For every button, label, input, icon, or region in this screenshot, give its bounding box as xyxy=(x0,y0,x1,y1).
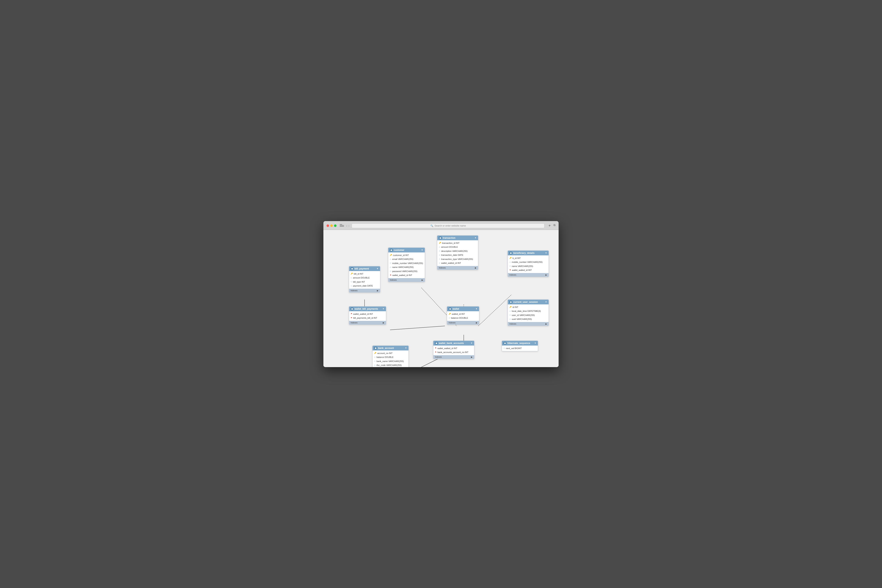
field-icon: ◇ xyxy=(509,318,511,321)
back-button[interactable]: ‹ xyxy=(346,224,347,227)
maximize-button[interactable] xyxy=(334,224,336,227)
table-wallet-bank-accounts-fields: ⚑wallet_walled_id INT ⚑bank_accounts_acc… xyxy=(434,345,474,355)
table-customer-indexes[interactable]: Indexes ▶ xyxy=(388,278,425,282)
table-transaction-header[interactable]: ▦ transaction ▼ xyxy=(437,236,478,240)
fk-icon: ⚑ xyxy=(435,347,436,350)
pk-icon: 🔑 xyxy=(390,254,392,256)
dropdown-arrow-icon[interactable]: ▼ xyxy=(476,308,477,310)
field-icon: ◇ xyxy=(390,262,391,265)
indexes-arrow-icon: ▶ xyxy=(476,322,477,324)
field-row: ◇balance DOUBLE xyxy=(447,316,479,320)
field-row: ◇mobile_number VARCHAR(255) xyxy=(388,261,425,266)
table-wallet-header[interactable]: ▦ wallet ▼ xyxy=(447,306,479,311)
sidebar-toggle-icon[interactable] xyxy=(340,224,344,227)
field-icon: ◇ xyxy=(374,360,375,363)
indexes-arrow-icon: ▶ xyxy=(546,274,547,276)
field-row: 🔑id INT xyxy=(508,305,549,309)
field-row: ◇name VARCHAR(255) xyxy=(508,264,549,268)
field-icon: ◇ xyxy=(439,262,440,265)
indexes-arrow-icon: ▶ xyxy=(546,323,547,325)
field-icon: ◇ xyxy=(374,356,375,358)
field-icon: ◇ xyxy=(439,246,440,249)
table-beneficiary-details-header[interactable]: ▦ beneficiary_details ▼ xyxy=(508,250,549,255)
indexes-arrow-icon: ▶ xyxy=(471,356,472,358)
field-row: ◇ifsc_code VARCHAR(255) xyxy=(373,363,408,367)
diagram-area: ▦ transaction ▼ 🔑transaction_id INT ◇amo… xyxy=(323,230,559,367)
indexes-arrow-icon: ▶ xyxy=(377,290,378,292)
table-hibernate-sequence-fields: ◇next_val BIGINT xyxy=(502,345,538,351)
table-name: wallet xyxy=(453,308,459,310)
close-button[interactable] xyxy=(327,224,329,227)
dropdown-arrow-icon[interactable]: ▼ xyxy=(376,267,378,270)
fk-icon: ⚑ xyxy=(435,351,436,354)
field-icon: ◇ xyxy=(351,285,352,287)
table-icon: ▦ xyxy=(509,301,512,303)
field-row: ◇password VARCHAR(255) xyxy=(388,269,425,273)
field-row: ◇transaction_type VARCHAR(255) xyxy=(437,257,478,261)
field-row: ⚑wallet_walled_id INT xyxy=(349,312,386,316)
table-bill-payment-header[interactable]: ▦ bill_payment ▼ xyxy=(349,266,380,271)
field-row: ◇description VARCHAR(255) xyxy=(437,249,478,253)
new-tab-button[interactable]: + xyxy=(548,224,551,228)
table-current-user-session: ▦ current_user_session ▼ 🔑id INT ◇local_… xyxy=(508,300,549,326)
svg-line-5 xyxy=(390,326,445,330)
address-text: Search or enter website name xyxy=(435,224,466,227)
dropdown-arrow-icon[interactable]: ▼ xyxy=(545,252,547,254)
tab-options-button[interactable]: ⧉ xyxy=(554,224,555,228)
table-wallet-bank-accounts-header[interactable]: ▦ wallet_bank_accounts ▼ xyxy=(434,341,474,345)
address-bar[interactable]: 🔍 Search or enter website name xyxy=(352,224,544,228)
field-icon: ◇ xyxy=(509,265,511,267)
table-bank-account: ▦ bank_account ▼ 🔑account_no INT ◇balanc… xyxy=(372,345,409,367)
dropdown-arrow-icon[interactable]: ▼ xyxy=(382,308,384,310)
table-bank-account-header[interactable]: ▦ bank_account ▼ xyxy=(373,346,408,351)
table-bill-payment-indexes[interactable]: Indexes ▶ xyxy=(349,289,380,292)
field-row: ◇bill_type INT xyxy=(349,280,380,284)
forward-button[interactable]: › xyxy=(348,224,350,227)
table-beneficiary-details-indexes[interactable]: Indexes ▶ xyxy=(508,273,549,277)
dropdown-arrow-icon[interactable]: ▼ xyxy=(405,347,407,349)
table-bill-payment: ▦ bill_payment ▼ 🔑bill_id INT ◇amount DO… xyxy=(349,266,380,292)
indexes-arrow-icon: ▶ xyxy=(475,267,477,269)
table-icon: ▦ xyxy=(351,308,353,310)
browser-controls: + ⧉ xyxy=(548,224,555,228)
fk-icon: ⚑ xyxy=(351,317,352,320)
dropdown-arrow-icon[interactable]: ▼ xyxy=(471,342,472,344)
table-customer-header[interactable]: ▦ customer ▼ xyxy=(388,248,425,252)
table-wallet-bank-accounts-indexes[interactable]: Indexes ▶ xyxy=(434,355,474,359)
table-customer-fields: 🔑customer_id INT ◇email VARCHAR(255) ◇mo… xyxy=(388,252,425,278)
dropdown-arrow-icon[interactable]: ▼ xyxy=(545,301,547,303)
table-icon: ▦ xyxy=(351,267,353,270)
field-row: ⚑bank_accounts_account_no INT xyxy=(434,350,474,354)
table-current-user-session-header[interactable]: ▦ current_user_session ▼ xyxy=(508,300,549,304)
table-wallet-bill-payments-indexes[interactable]: Indexes ▶ xyxy=(349,321,386,325)
table-hibernate-sequence-header[interactable]: ▦ hibernate_sequence ▼ xyxy=(502,341,538,345)
field-row: ◇name VARCHAR(255) xyxy=(388,265,425,269)
search-icon: 🔍 xyxy=(430,224,434,227)
pk-icon: 🔑 xyxy=(509,306,512,309)
field-row: ⚑bill_payments_bill_id INT xyxy=(349,316,386,320)
table-wallet-indexes[interactable]: Indexes ▶ xyxy=(447,321,479,325)
field-icon: ◇ xyxy=(504,347,505,350)
table-icon: ▦ xyxy=(504,342,506,345)
table-wallet-bill-payments-header[interactable]: ▦ wallet_bill_payments ▼ xyxy=(349,306,386,311)
table-transaction-indexes[interactable]: Indexes ▶ xyxy=(437,266,478,270)
table-bank-account-fields: 🔑account_no INT ◇balance DOUBLE ◇bank_na… xyxy=(373,351,408,367)
table-icon: ▦ xyxy=(448,308,452,310)
dropdown-arrow-icon[interactable]: ▼ xyxy=(534,342,536,344)
field-row: 🔑b_id INT xyxy=(508,256,549,260)
table-name: customer xyxy=(394,249,404,252)
table-current-user-session-indexes[interactable]: Indexes ▶ xyxy=(508,322,549,326)
table-wallet-fields: 🔑walled_id INT ◇balance DOUBLE xyxy=(447,311,479,321)
field-row: ◇next_val BIGINT xyxy=(502,346,538,351)
table-wallet: ▦ wallet ▼ 🔑walled_id INT ◇balance DOUBL… xyxy=(447,306,479,325)
field-row: ◇uuid VARCHAR(255) xyxy=(508,317,549,321)
field-icon: ◇ xyxy=(390,266,391,269)
dropdown-arrow-icon[interactable]: ▼ xyxy=(474,237,477,239)
field-row: 🔑bill_id INT xyxy=(349,272,380,276)
field-icon: ◇ xyxy=(390,258,391,261)
minimize-button[interactable] xyxy=(330,224,333,227)
dropdown-arrow-icon[interactable]: ▼ xyxy=(421,249,423,251)
field-icon: ◇ xyxy=(439,258,440,261)
table-wallet-bill-payments: ▦ wallet_bill_payments ▼ ⚑wallet_walled_… xyxy=(349,306,386,325)
table-transaction-fields: 🔑transaction_id INT ◇amount DOUBLE ◇desc… xyxy=(437,240,478,266)
